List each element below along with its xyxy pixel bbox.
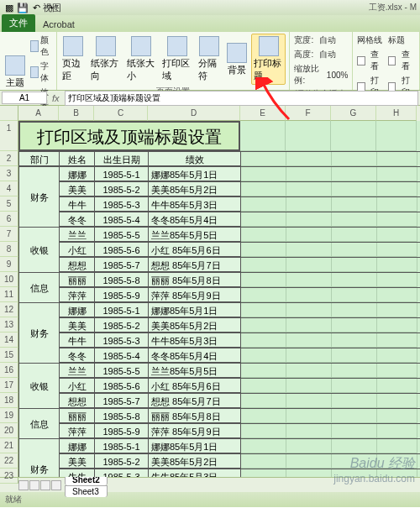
row-header[interactable]: 10	[0, 272, 18, 287]
select-all[interactable]	[0, 106, 18, 121]
table-cell[interactable]: 1985-5-2	[95, 454, 149, 469]
table-cell[interactable]: 财务	[19, 167, 60, 228]
table-cell[interactable]: 丽丽 85年5月8日	[149, 273, 241, 287]
table-cell[interactable]: 娜娜85年5月1日	[149, 167, 241, 181]
print-titles-button[interactable]: 打印标题	[251, 34, 286, 85]
save-icon[interactable]: 💾	[17, 2, 29, 13]
row-header[interactable]: 19	[0, 408, 18, 423]
table-cell[interactable]: 小红 85年5月6日	[149, 243, 241, 257]
table-cell[interactable]: 1985-5-4	[95, 348, 149, 363]
table-cell[interactable]: 娜娜	[60, 303, 95, 317]
sheet-nav[interactable]	[18, 480, 61, 490]
row-header[interactable]: 7	[0, 227, 18, 242]
table-cell[interactable]: 娜娜	[60, 167, 95, 181]
table-cell[interactable]: 1985-5-6	[95, 379, 149, 393]
table-cell[interactable]: 收银	[19, 228, 60, 273]
table-cell[interactable]: 丽丽	[60, 273, 95, 287]
fx-icon[interactable]: fx	[49, 93, 63, 103]
row-header[interactable]: 23	[0, 469, 18, 484]
table-cell[interactable]: 牛牛	[60, 333, 95, 348]
col-header[interactable]: E	[240, 106, 286, 121]
colors-button[interactable]: 颜色	[29, 34, 53, 59]
col-header[interactable]: H	[376, 106, 417, 121]
row-header[interactable]: 2	[0, 151, 18, 166]
table-cell[interactable]: 1985-5-7	[95, 394, 149, 408]
row-header[interactable]: 13	[0, 317, 18, 333]
name-box[interactable]: A1	[2, 92, 47, 104]
table-cell[interactable]: 财务	[19, 439, 60, 477]
table-cell[interactable]: 兰兰	[60, 364, 95, 378]
table-cell[interactable]: 1985-5-2	[95, 318, 149, 333]
table-cell[interactable]: 萍萍	[60, 288, 95, 302]
table-cell[interactable]: 1985-5-3	[95, 333, 149, 348]
worksheet[interactable]: 1234567891011121314151617181920212223 AB…	[0, 106, 420, 477]
sheet-tab[interactable]: Sheet3	[65, 485, 108, 497]
table-cell[interactable]: 牛牛	[60, 197, 95, 212]
table-cell[interactable]: 兰兰	[60, 228, 95, 242]
table-cell[interactable]: 1985-5-1	[95, 303, 149, 317]
breaks-button[interactable]: 分隔符	[197, 34, 223, 84]
table-header[interactable]: 部门	[19, 152, 60, 166]
table-cell[interactable]: 信息	[19, 273, 60, 303]
print-area-button[interactable]: 打印区域	[160, 34, 194, 84]
table-cell[interactable]: 1985-5-9	[95, 424, 149, 438]
row-header[interactable]: 17	[0, 378, 18, 393]
table-cell[interactable]: 萍萍	[60, 424, 95, 438]
row-header[interactable]: 6	[0, 212, 18, 227]
title-cell[interactable]: 打印区域及顶端标题设置	[18, 121, 240, 151]
margins-button[interactable]: 页边距	[60, 34, 87, 84]
table-cell[interactable]: 1985-5-3	[95, 197, 149, 212]
table-cell[interactable]: 萍萍 85年5月9日	[149, 424, 241, 438]
size-button[interactable]: 纸张大小	[125, 34, 159, 84]
table-cell[interactable]: 财务	[19, 303, 60, 364]
table-header[interactable]: 姓名	[60, 152, 95, 166]
col-header[interactable]: D	[148, 106, 240, 121]
table-cell[interactable]: 牛牛	[60, 469, 95, 477]
table-cell[interactable]: 小红	[60, 379, 95, 393]
col-header[interactable]: G	[331, 106, 376, 121]
row-header[interactable]: 21	[0, 438, 18, 453]
table-cell[interactable]: 冬冬85年5月4日	[149, 212, 241, 227]
row-header[interactable]: 12	[0, 302, 18, 317]
table-cell[interactable]: 想想 85年5月7日	[149, 394, 241, 408]
table-cell[interactable]: 冬冬85年5月4日	[149, 348, 241, 363]
tab-视图[interactable]: 视图	[35, 0, 89, 17]
row-header[interactable]: 16	[0, 363, 18, 378]
table-cell[interactable]: 丽丽	[60, 409, 95, 423]
fonts-button[interactable]: 字体	[29, 60, 53, 85]
table-cell[interactable]: 美美85年5月2日	[149, 318, 241, 333]
table-header[interactable]: 绩效	[149, 152, 241, 166]
table-cell[interactable]: 1985-5-2	[95, 182, 149, 196]
table-cell[interactable]: 1985-5-7	[95, 258, 149, 272]
table-cell[interactable]: 美美	[60, 454, 95, 469]
table-cell[interactable]: 美美	[60, 318, 95, 333]
row-header[interactable]: 4	[0, 181, 18, 196]
table-header[interactable]: 出生日期	[95, 152, 149, 166]
table-cell[interactable]: 牛牛85年5月3日	[149, 197, 241, 212]
table-cell[interactable]: 1985-5-5	[95, 228, 149, 242]
table-cell[interactable]: 1985-5-8	[95, 409, 149, 423]
table-cell[interactable]: 牛牛85年5月3日	[149, 333, 241, 348]
orientation-button[interactable]: 纸张方向	[89, 34, 123, 84]
table-cell[interactable]: 丽丽 85年5月8日	[149, 409, 241, 423]
table-cell[interactable]: 1985-5-1	[95, 167, 149, 181]
row-header[interactable]: 5	[0, 196, 18, 212]
themes-button[interactable]: 主题	[3, 54, 27, 91]
col-header[interactable]: B	[59, 106, 94, 121]
table-cell[interactable]: 美美85年5月2日	[149, 182, 241, 196]
row-header[interactable]: 20	[0, 423, 18, 438]
table-cell[interactable]: 冬冬	[60, 348, 95, 363]
table-cell[interactable]: 信息	[19, 409, 60, 439]
row-header[interactable]: 11	[0, 287, 18, 302]
table-cell[interactable]: 美美	[60, 182, 95, 196]
row-header[interactable]: 18	[0, 393, 18, 408]
table-cell[interactable]: 美美85年5月2日	[149, 454, 241, 469]
table-cell[interactable]: 牛牛85年5月3日	[149, 469, 241, 477]
table-cell[interactable]: 1985-5-1	[95, 439, 149, 453]
row-header[interactable]: 14	[0, 333, 18, 348]
table-cell[interactable]: 想想 85年5月7日	[149, 258, 241, 272]
table-cell[interactable]: 1985-5-9	[95, 288, 149, 302]
background-button[interactable]: 背景	[225, 41, 249, 78]
table-cell[interactable]: 1985-5-5	[95, 364, 149, 378]
col-header[interactable]: C	[94, 106, 148, 121]
